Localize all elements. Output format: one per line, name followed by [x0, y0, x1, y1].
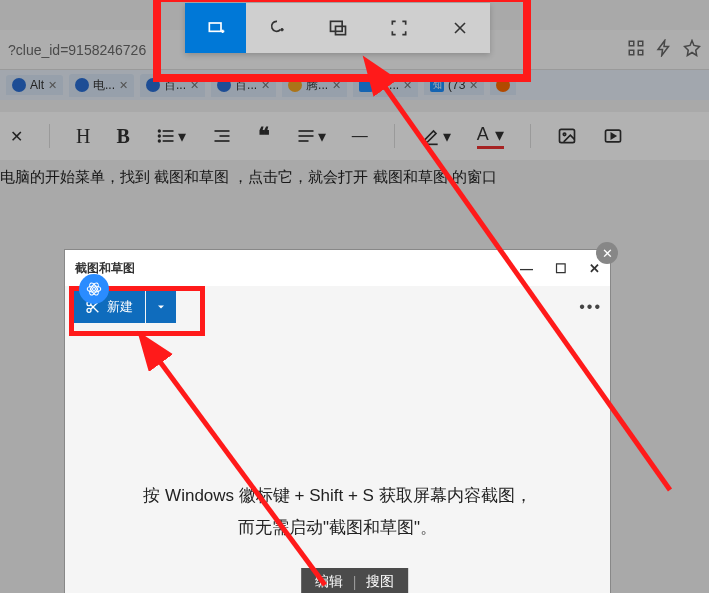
- annotation-arrow: [145, 345, 345, 593]
- url-text: ?clue_id=9158246726: [8, 42, 146, 58]
- separator: |: [353, 574, 357, 590]
- atom-icon: [79, 274, 109, 304]
- annotation-arrow: [370, 70, 690, 514]
- lightning-icon[interactable]: [655, 39, 673, 61]
- svg-point-9: [158, 140, 160, 142]
- svg-point-7: [158, 130, 160, 132]
- hr-button[interactable]: —: [352, 127, 368, 145]
- tab-label: Alt: [30, 78, 44, 92]
- svg-rect-3: [638, 50, 643, 55]
- svg-rect-0: [629, 41, 634, 46]
- svg-line-37: [380, 80, 670, 490]
- list-button[interactable]: ▾: [156, 126, 186, 146]
- chevron-down-icon: ▾: [318, 127, 326, 146]
- bold-button[interactable]: B: [116, 125, 129, 148]
- svg-point-8: [158, 135, 160, 137]
- svg-point-34: [87, 286, 101, 292]
- tab-item[interactable]: 电...✕: [69, 74, 134, 97]
- heading-button[interactable]: H: [76, 125, 90, 148]
- baidu-icon: [12, 78, 26, 92]
- tab-item[interactable]: Alt✕: [6, 75, 63, 95]
- close-icon[interactable]: ✕: [10, 127, 23, 146]
- align-button[interactable]: ▾: [296, 126, 326, 146]
- svg-line-38: [155, 355, 325, 585]
- close-icon[interactable]: ✕: [119, 79, 128, 92]
- svg-rect-1: [638, 41, 643, 46]
- url-bar-icons: [627, 39, 701, 61]
- svg-rect-2: [629, 50, 634, 55]
- divider: [49, 124, 50, 148]
- grid-icon[interactable]: [627, 39, 645, 61]
- star-icon[interactable]: [683, 39, 701, 61]
- inner-window-title: 截图和草图: [75, 260, 135, 277]
- search-image-button[interactable]: 搜图: [366, 573, 394, 591]
- indent-button[interactable]: [212, 126, 232, 146]
- chevron-down-icon: ▾: [178, 127, 186, 146]
- tab-label: 电...: [93, 77, 115, 94]
- baidu-icon: [75, 78, 89, 92]
- close-icon[interactable]: ✕: [48, 79, 57, 92]
- quote-button[interactable]: ❝: [258, 123, 270, 149]
- svg-point-33: [93, 288, 96, 291]
